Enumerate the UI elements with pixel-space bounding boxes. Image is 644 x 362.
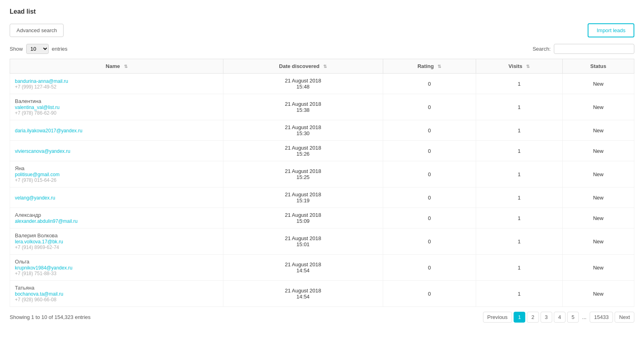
lead-name: Яна [15, 165, 218, 171]
lead-name: Валентина [15, 98, 218, 104]
toolbar: Advanced search Import leads [10, 23, 634, 37]
cell-date-6: 21 August 201815:09 [223, 208, 383, 228]
lead-phone: +7 (978) 786-62-90 [15, 110, 218, 116]
pagination-previous[interactable]: Previous [483, 312, 512, 323]
entries-per-page-select[interactable]: 10 25 50 100 [26, 44, 49, 54]
cell-visits-6: 1 [476, 208, 562, 228]
cell-status-3: New [562, 141, 634, 161]
table-row[interactable]: Ольгаkrupnikov1984@yandex.ru+7 (918) 751… [10, 255, 634, 281]
col-date-discovered[interactable]: Date discovered ⇅ [223, 59, 383, 74]
cell-status-0: New [562, 74, 634, 94]
lead-email[interactable]: vivierscanova@yandex.ru [15, 148, 70, 154]
page-container: Lead list Advanced search Import leads S… [0, 0, 644, 331]
cell-name-0: bandurina-anna@mail.ru+7 (999) 127-49-52 [10, 74, 223, 94]
cell-visits-3: 1 [476, 141, 562, 161]
lead-email[interactable]: velang@yandex.ru [15, 195, 55, 201]
search-label: Search: [533, 46, 551, 52]
cell-date-7: 21 August 201815:01 [223, 228, 383, 255]
table-body: bandurina-anna@mail.ru+7 (999) 127-49-52… [10, 74, 634, 307]
lead-email[interactable]: krupnikov1984@yandex.ru [15, 265, 72, 271]
cell-status-5: New [562, 187, 634, 208]
leads-table: Name ⇅ Date discovered ⇅ Rating ⇅ Visits… [10, 59, 634, 307]
cell-name-1: Валентинаvalentina_val@list.ru+7 (978) 7… [10, 94, 223, 120]
cell-status-6: New [562, 208, 634, 228]
cell-rating-7: 0 [383, 228, 476, 255]
cell-rating-5: 0 [383, 187, 476, 208]
cell-name-5: velang@yandex.ru [10, 187, 223, 208]
cell-name-4: Янаpolitisue@gmail.com+7 (978) 015-64-26 [10, 161, 223, 187]
cell-rating-9: 0 [383, 281, 476, 307]
pagination: Previous 1 2 3 4 5 ... 15433 Next [483, 312, 634, 323]
sort-icon-date: ⇅ [323, 64, 327, 69]
cell-visits-2: 1 [476, 120, 562, 141]
lead-email[interactable]: daria.ilyakowa2017@yandex.ru [15, 128, 83, 134]
cell-date-1: 21 August 201815:38 [223, 94, 383, 120]
pagination-page-4[interactable]: 4 [554, 312, 566, 323]
lead-phone: +7 (999) 127-49-52 [15, 84, 218, 90]
lead-email[interactable]: bandurina-anna@mail.ru [15, 78, 68, 84]
pagination-page-5[interactable]: 5 [567, 312, 579, 323]
cell-name-8: Ольгаkrupnikov1984@yandex.ru+7 (918) 751… [10, 255, 223, 281]
lead-email[interactable]: politisue@gmail.com [15, 172, 60, 177]
cell-visits-5: 1 [476, 187, 562, 208]
sort-icon-visits: ⇅ [526, 64, 530, 69]
col-name[interactable]: Name ⇅ [10, 59, 223, 74]
cell-visits-9: 1 [476, 281, 562, 307]
table-row[interactable]: vivierscanova@yandex.ru21 August 201815:… [10, 141, 634, 161]
cell-status-8: New [562, 255, 634, 281]
lead-email[interactable]: valentina_val@list.ru [15, 105, 60, 110]
advanced-search-button[interactable]: Advanced search [10, 24, 64, 37]
table-row[interactable]: daria.ilyakowa2017@yandex.ru21 August 20… [10, 120, 634, 141]
cell-name-9: Татьянаbochanova.ta@mail.ru+7 (928) 960-… [10, 281, 223, 307]
table-row[interactable]: Татьянаbochanova.ta@mail.ru+7 (928) 960-… [10, 281, 634, 307]
table-row[interactable]: Александрalexander.abdulin97@mail.ru21 A… [10, 208, 634, 228]
search-input[interactable] [554, 44, 634, 54]
sort-icon-name: ⇅ [124, 64, 128, 69]
lead-email[interactable]: bochanova.ta@mail.ru [15, 291, 63, 297]
pagination-next[interactable]: Next [615, 312, 634, 323]
cell-date-3: 21 August 201815:26 [223, 141, 383, 161]
cell-status-7: New [562, 228, 634, 255]
search-control: Search: [533, 44, 634, 54]
table-row[interactable]: Валентинаvalentina_val@list.ru+7 (978) 7… [10, 94, 634, 120]
pagination-last[interactable]: 15433 [590, 312, 613, 323]
table-row[interactable]: Янаpolitisue@gmail.com+7 (978) 015-64-26… [10, 161, 634, 187]
cell-date-5: 21 August 201815:19 [223, 187, 383, 208]
page-title: Lead list [10, 8, 634, 15]
table-row[interactable]: bandurina-anna@mail.ru+7 (999) 127-49-52… [10, 74, 634, 94]
table-footer: Showing 1 to 10 of 154,323 entries Previ… [10, 312, 634, 323]
cell-rating-4: 0 [383, 161, 476, 187]
cell-date-0: 21 August 201815:48 [223, 74, 383, 94]
col-rating[interactable]: Rating ⇅ [383, 59, 476, 74]
cell-rating-6: 0 [383, 208, 476, 228]
lead-name: Валерия Волкова [15, 232, 218, 239]
table-header: Name ⇅ Date discovered ⇅ Rating ⇅ Visits… [10, 59, 634, 74]
cell-rating-3: 0 [383, 141, 476, 161]
cell-status-9: New [562, 281, 634, 307]
show-entries-control: Show 10 25 50 100 entries [10, 44, 68, 54]
cell-name-7: Валерия Волковаlera.volkova.17@bk.ru+7 (… [10, 228, 223, 255]
pagination-page-1[interactable]: 1 [514, 312, 525, 323]
cell-date-8: 21 August 201814:54 [223, 255, 383, 281]
cell-date-4: 21 August 201815:25 [223, 161, 383, 187]
col-visits[interactable]: Visits ⇅ [476, 59, 562, 74]
import-leads-button[interactable]: Import leads [588, 23, 634, 37]
cell-status-1: New [562, 94, 634, 120]
cell-visits-7: 1 [476, 228, 562, 255]
cell-visits-0: 1 [476, 74, 562, 94]
table-row[interactable]: velang@yandex.ru21 August 201815:1901New [10, 187, 634, 208]
cell-visits-1: 1 [476, 94, 562, 120]
cell-date-2: 21 August 201815:30 [223, 120, 383, 141]
lead-email[interactable]: alexander.abdulin97@mail.ru [15, 218, 78, 224]
pagination-ellipsis: ... [580, 312, 588, 322]
showing-info: Showing 1 to 10 of 154,323 entries [10, 314, 91, 320]
lead-email[interactable]: lera.volkova.17@bk.ru [15, 239, 63, 245]
cell-visits-8: 1 [476, 255, 562, 281]
cell-visits-4: 1 [476, 161, 562, 187]
pagination-page-2[interactable]: 2 [527, 312, 539, 323]
cell-rating-0: 0 [383, 74, 476, 94]
pagination-page-3[interactable]: 3 [541, 312, 552, 323]
table-row[interactable]: Валерия Волковаlera.volkova.17@bk.ru+7 (… [10, 228, 634, 255]
lead-phone: +7 (918) 751-88-33 [15, 271, 218, 276]
show-label: Show [10, 46, 23, 52]
